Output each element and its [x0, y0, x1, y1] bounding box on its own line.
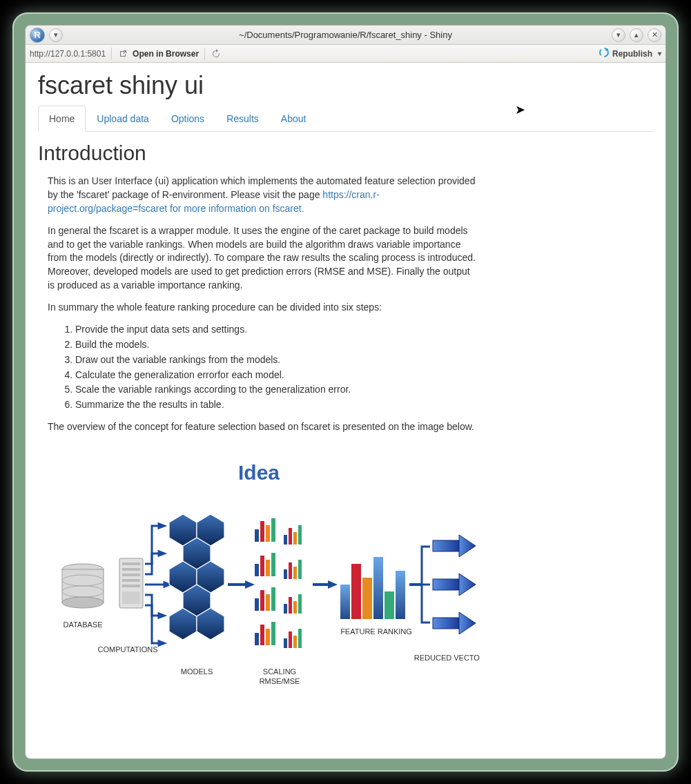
svg-rect-57 — [373, 557, 383, 619]
tab-home[interactable]: Home — [38, 106, 86, 132]
open-in-browser-link[interactable]: Open in Browser — [133, 49, 199, 59]
svg-rect-37 — [298, 560, 302, 579]
svg-rect-28 — [293, 532, 297, 545]
tab-bar: Home Upload data Options Results About — [38, 106, 653, 132]
label-computations: COMPUTATIONS — [98, 645, 158, 654]
svg-rect-55 — [351, 564, 361, 619]
intro-text: This is an User Interface (ui) applicati… — [48, 175, 476, 434]
step-2: Build the models. — [75, 338, 476, 352]
step-5: Scale the variable rankings according to… — [75, 383, 476, 397]
svg-rect-8 — [122, 562, 140, 565]
svg-rect-29 — [298, 525, 302, 545]
label-feature-ranking: FEATURE RANKING — [340, 627, 412, 636]
svg-rect-49 — [271, 622, 275, 645]
tab-results[interactable]: Results — [215, 106, 270, 132]
svg-rect-42 — [284, 604, 287, 614]
window-titlebar: R ▾ ~/Documents/Programowanie/R/fscaret_… — [26, 26, 665, 45]
svg-rect-43 — [289, 597, 292, 614]
step-4: Calculate the generalization errorfor ea… — [75, 369, 476, 382]
menu-button[interactable]: ▾ — [49, 28, 63, 42]
svg-rect-12 — [122, 585, 140, 587]
page-title: fscaret shiny ui — [38, 71, 653, 100]
svg-rect-32 — [266, 560, 270, 576]
svg-rect-9 — [122, 568, 140, 571]
label-models: MODELS — [181, 667, 213, 676]
svg-marker-61 — [459, 535, 476, 557]
toolbar: http://127.0.0.1:5801 Open in Browser Re… — [26, 45, 665, 63]
svg-rect-54 — [340, 585, 350, 619]
svg-rect-62 — [433, 579, 459, 590]
concept-diagram: Idea DATABASE — [38, 453, 480, 712]
svg-rect-51 — [289, 631, 292, 648]
svg-rect-31 — [260, 556, 264, 576]
maximize-button[interactable]: ▴ — [630, 28, 643, 42]
intro-para3: In summary the whole feature ranking pro… — [48, 301, 476, 315]
step-6: Summarize the the results in table. — [75, 398, 476, 412]
svg-rect-56 — [362, 578, 372, 619]
step-3: Draw out the variable rankings from the … — [75, 353, 476, 367]
tab-about[interactable]: About — [270, 106, 318, 132]
r-logo-icon: R — [30, 28, 45, 43]
svg-rect-47 — [260, 625, 264, 645]
svg-rect-33 — [271, 553, 275, 576]
svg-rect-46 — [255, 633, 259, 645]
svg-rect-40 — [266, 594, 270, 611]
svg-rect-48 — [266, 629, 270, 645]
label-database: DATABASE — [63, 620, 102, 629]
svg-rect-39 — [260, 590, 264, 611]
svg-point-1 — [605, 48, 608, 51]
svg-rect-41 — [271, 587, 275, 611]
tab-options[interactable]: Options — [160, 106, 215, 132]
svg-rect-38 — [255, 598, 259, 611]
svg-rect-36 — [293, 567, 297, 579]
svg-rect-13 — [122, 591, 140, 604]
svg-marker-63 — [459, 574, 476, 596]
svg-rect-52 — [293, 636, 297, 648]
content-area: fscaret shiny ui Home Upload data Option… — [26, 63, 665, 758]
svg-point-4 — [62, 597, 104, 608]
svg-rect-35 — [289, 562, 292, 579]
svg-rect-23 — [260, 521, 264, 542]
tab-upload-data[interactable]: Upload data — [86, 106, 160, 132]
diagram-title: Idea — [238, 461, 280, 484]
svg-rect-50 — [284, 638, 287, 648]
svg-rect-44 — [293, 601, 297, 614]
minimize-button[interactable]: ▾ — [612, 28, 625, 42]
svg-rect-64 — [433, 618, 459, 629]
svg-rect-58 — [385, 591, 394, 619]
steps-list: Provide the input data sets and settings… — [75, 323, 476, 412]
label-scaling-1: SCALING — [263, 667, 296, 676]
section-title: Introduction — [38, 141, 653, 165]
close-button[interactable]: ✕ — [648, 28, 661, 42]
svg-rect-25 — [271, 518, 275, 542]
svg-rect-34 — [284, 569, 287, 579]
svg-rect-53 — [298, 629, 302, 648]
svg-rect-30 — [255, 564, 259, 576]
step-1: Provide the input data sets and settings… — [75, 323, 476, 337]
republish-dropdown[interactable]: ▾ — [658, 50, 661, 57]
svg-rect-26 — [284, 535, 287, 545]
popout-icon[interactable] — [117, 48, 128, 59]
republish-button[interactable]: Republish — [612, 49, 652, 59]
window-title: ~/Documents/Programowanie/R/fscaret_shin… — [26, 30, 665, 40]
intro-para4: The overview of the concept for feature … — [48, 420, 476, 434]
refresh-icon[interactable] — [211, 48, 222, 59]
svg-rect-60 — [433, 540, 459, 551]
svg-rect-59 — [396, 571, 405, 619]
svg-rect-10 — [122, 574, 140, 576]
republish-icon — [598, 47, 610, 60]
svg-rect-24 — [266, 525, 270, 542]
address-label: http://127.0.0.1:5801 — [30, 49, 106, 59]
label-reduced-vectors: REDUCED VECTORS — [414, 654, 480, 662]
svg-rect-27 — [289, 528, 292, 545]
label-scaling-2: RMSE/MSE — [260, 677, 300, 685]
svg-rect-11 — [122, 579, 140, 582]
intro-para1: This is an User Interface (ui) applicati… — [48, 175, 475, 200]
svg-rect-22 — [255, 529, 259, 542]
intro-para2: In general the fscaret is a wrapper modu… — [48, 224, 476, 293]
svg-marker-65 — [459, 612, 476, 634]
svg-rect-45 — [298, 594, 302, 614]
